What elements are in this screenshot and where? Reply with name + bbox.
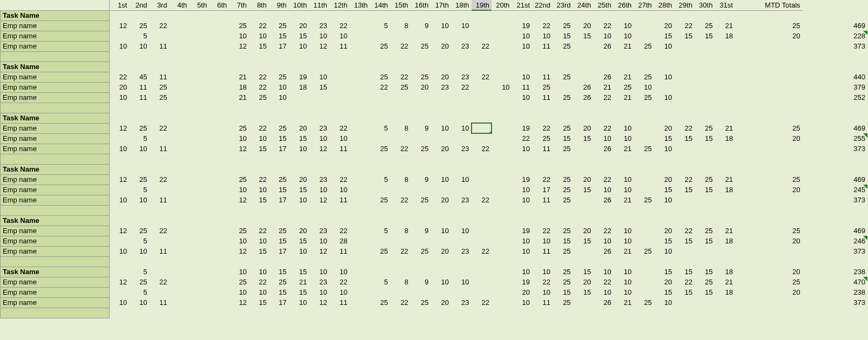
data-cell[interactable]	[309, 215, 329, 226]
data-cell[interactable]	[370, 205, 391, 215]
data-cell[interactable]	[472, 226, 492, 236]
data-cell[interactable]	[189, 174, 209, 185]
data-cell[interactable]: 17	[269, 144, 289, 154]
data-cell[interactable]	[573, 10, 594, 21]
data-cell[interactable]: 9	[411, 226, 431, 236]
data-cell[interactable]	[129, 62, 149, 72]
data-cell[interactable]	[209, 205, 229, 215]
data-cell[interactable]	[189, 215, 209, 226]
data-cell[interactable]: 25	[229, 123, 249, 133]
data-cell[interactable]	[370, 287, 391, 297]
data-cell[interactable]: 17	[269, 195, 289, 205]
data-cell[interactable]: 26	[593, 72, 614, 82]
data-cell[interactable]: 25	[695, 277, 715, 287]
data-cell[interactable]	[189, 10, 209, 21]
col-header[interactable]: 23rd	[553, 0, 573, 10]
data-cell[interactable]: 18	[715, 236, 735, 246]
data-cell[interactable]: 15	[654, 185, 675, 195]
data-cell[interactable]: 17	[532, 185, 553, 195]
data-cell[interactable]: 10	[614, 185, 634, 195]
data-cell[interactable]: 10	[430, 21, 451, 31]
data-cell[interactable]: 25	[229, 226, 249, 236]
emp-name-cell[interactable]: Emp name	[1, 297, 110, 308]
data-cell[interactable]: 5	[370, 226, 391, 236]
data-cell[interactable]	[593, 308, 614, 318]
emp-name-cell[interactable]: Emp name	[1, 236, 110, 246]
data-cell[interactable]	[674, 195, 695, 205]
data-cell[interactable]: 25	[553, 277, 573, 287]
data-cell[interactable]	[674, 51, 695, 62]
data-cell[interactable]	[674, 164, 695, 174]
data-cell[interactable]: 15	[289, 287, 309, 297]
data-cell[interactable]: 25	[553, 144, 573, 154]
emp-name-cell[interactable]: Emp name	[1, 133, 110, 144]
data-cell[interactable]: 25	[553, 267, 573, 277]
data-cell[interactable]	[169, 246, 189, 256]
data-cell[interactable]: 18	[715, 185, 735, 195]
data-cell[interactable]	[614, 256, 634, 267]
data-cell[interactable]	[512, 154, 532, 164]
data-cell[interactable]	[492, 205, 512, 215]
data-cell[interactable]	[451, 103, 472, 113]
data-cell[interactable]	[573, 195, 594, 205]
task-name-cell[interactable]: Task Name	[1, 113, 110, 123]
data-cell[interactable]	[109, 205, 129, 215]
data-cell[interactable]: 22	[532, 226, 553, 236]
data-cell[interactable]	[169, 62, 189, 72]
task-name-cell[interactable]: Task Name	[1, 164, 110, 174]
data-cell[interactable]	[674, 92, 695, 103]
data-cell[interactable]	[451, 113, 472, 123]
blank-label-cell[interactable]	[1, 154, 110, 164]
col-header[interactable]: 13th	[349, 0, 370, 10]
data-cell[interactable]	[109, 154, 129, 164]
data-cell[interactable]	[370, 164, 391, 174]
data-cell[interactable]	[553, 62, 573, 72]
data-cell[interactable]: 10	[614, 277, 634, 287]
data-cell[interactable]: 25	[129, 123, 149, 133]
data-cell[interactable]	[390, 92, 411, 103]
data-cell[interactable]	[269, 113, 289, 123]
data-cell[interactable]	[289, 205, 309, 215]
data-cell[interactable]: 11	[329, 297, 350, 308]
data-cell[interactable]	[593, 256, 614, 267]
data-cell[interactable]: 22	[593, 277, 614, 287]
data-cell[interactable]: 23	[451, 41, 472, 51]
data-cell[interactable]: 22	[472, 297, 492, 308]
data-cell[interactable]	[349, 51, 370, 62]
data-cell[interactable]	[169, 215, 189, 226]
data-cell[interactable]	[472, 154, 492, 164]
data-cell[interactable]: 25	[129, 21, 149, 31]
data-cell[interactable]	[654, 256, 675, 267]
data-cell[interactable]	[472, 185, 492, 195]
data-cell[interactable]	[492, 287, 512, 297]
data-cell[interactable]	[472, 215, 492, 226]
data-cell[interactable]	[370, 133, 391, 144]
data-cell[interactable]	[309, 308, 329, 318]
data-cell[interactable]	[209, 51, 229, 62]
data-cell[interactable]	[512, 10, 532, 21]
data-cell[interactable]: 22	[329, 226, 350, 236]
data-cell[interactable]: 5	[370, 277, 391, 287]
data-cell[interactable]	[169, 144, 189, 154]
data-cell[interactable]	[674, 256, 695, 267]
data-cell[interactable]: 20	[430, 41, 451, 51]
data-cell[interactable]: 22	[472, 195, 492, 205]
data-cell[interactable]	[189, 133, 209, 144]
data-cell[interactable]	[695, 154, 715, 164]
data-cell[interactable]	[451, 267, 472, 277]
data-cell[interactable]: 22	[249, 226, 269, 236]
data-cell[interactable]: 25	[229, 21, 249, 31]
data-cell[interactable]: 21	[614, 195, 634, 205]
data-cell[interactable]	[472, 113, 492, 123]
data-cell[interactable]	[472, 236, 492, 246]
data-cell[interactable]: 25	[149, 92, 169, 103]
data-cell[interactable]	[695, 144, 715, 154]
data-cell[interactable]	[634, 62, 654, 72]
data-cell[interactable]: 15	[674, 185, 695, 195]
data-cell[interactable]	[189, 277, 209, 287]
data-cell[interactable]	[169, 267, 189, 277]
data-cell[interactable]	[349, 10, 370, 21]
data-cell[interactable]: 9	[411, 277, 431, 287]
data-cell[interactable]: 15	[269, 185, 289, 195]
data-cell[interactable]: 22	[329, 21, 350, 31]
